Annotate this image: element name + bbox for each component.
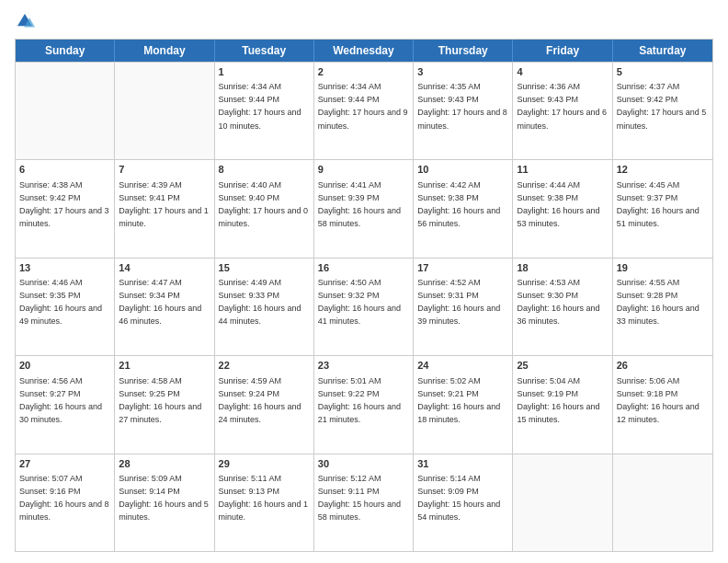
calendar-cell: 7Sunrise: 4:39 AM Sunset: 9:41 PM Daylig… xyxy=(115,160,214,257)
calendar-cell: 23Sunrise: 5:01 AM Sunset: 9:22 PM Dayli… xyxy=(314,356,414,453)
header xyxy=(15,11,713,31)
calendar-cell: 13Sunrise: 4:46 AM Sunset: 9:35 PM Dayli… xyxy=(16,259,115,355)
day-number: 30 xyxy=(318,457,409,471)
day-info: Sunrise: 4:46 AM Sunset: 9:35 PM Dayligh… xyxy=(19,278,102,326)
calendar-row-4: 27Sunrise: 5:07 AM Sunset: 9:16 PM Dayli… xyxy=(16,454,712,551)
day-number: 19 xyxy=(617,261,709,275)
day-number: 29 xyxy=(219,457,310,471)
calendar-cell: 11Sunrise: 4:44 AM Sunset: 9:38 PM Dayli… xyxy=(513,160,612,257)
day-number: 7 xyxy=(119,163,210,177)
header-day-tuesday: Tuesday xyxy=(215,40,314,62)
day-number: 13 xyxy=(19,261,110,275)
calendar-cell: 22Sunrise: 4:59 AM Sunset: 9:24 PM Dayli… xyxy=(215,356,314,453)
page: SundayMondayTuesdayWednesdayThursdayFrid… xyxy=(0,0,728,563)
day-number: 5 xyxy=(617,65,709,79)
calendar-cell: 14Sunrise: 4:47 AM Sunset: 9:34 PM Dayli… xyxy=(115,259,214,355)
day-number: 4 xyxy=(517,65,608,79)
day-info: Sunrise: 4:45 AM Sunset: 9:37 PM Dayligh… xyxy=(617,180,700,228)
header-day-wednesday: Wednesday xyxy=(314,40,414,62)
day-number: 20 xyxy=(19,359,110,373)
calendar-cell: 26Sunrise: 5:06 AM Sunset: 9:18 PM Dayli… xyxy=(613,356,712,453)
day-info: Sunrise: 4:37 AM Sunset: 9:42 PM Dayligh… xyxy=(617,82,707,130)
day-info: Sunrise: 4:35 AM Sunset: 9:43 PM Dayligh… xyxy=(417,82,507,130)
day-info: Sunrise: 4:39 AM Sunset: 9:41 PM Dayligh… xyxy=(119,180,209,228)
day-number: 31 xyxy=(417,457,508,471)
header-day-monday: Monday xyxy=(115,40,214,62)
day-info: Sunrise: 4:53 AM Sunset: 9:30 PM Dayligh… xyxy=(517,278,599,326)
calendar-cell: 10Sunrise: 4:42 AM Sunset: 9:38 PM Dayli… xyxy=(414,160,513,257)
calendar-row-2: 13Sunrise: 4:46 AM Sunset: 9:35 PM Dayli… xyxy=(16,258,712,355)
day-number: 3 xyxy=(417,65,508,79)
day-number: 6 xyxy=(19,163,110,177)
day-info: Sunrise: 5:11 AM Sunset: 9:13 PM Dayligh… xyxy=(219,474,309,522)
day-info: Sunrise: 4:34 AM Sunset: 9:44 PM Dayligh… xyxy=(219,82,301,130)
calendar-cell xyxy=(613,454,712,551)
calendar-cell: 25Sunrise: 5:04 AM Sunset: 9:19 PM Dayli… xyxy=(513,356,612,453)
day-info: Sunrise: 4:34 AM Sunset: 9:44 PM Dayligh… xyxy=(318,82,408,130)
calendar-cell: 21Sunrise: 4:58 AM Sunset: 9:25 PM Dayli… xyxy=(115,356,214,453)
calendar-cell: 2Sunrise: 4:34 AM Sunset: 9:44 PM Daylig… xyxy=(314,63,414,159)
calendar-cell: 31Sunrise: 5:14 AM Sunset: 9:09 PM Dayli… xyxy=(414,454,513,551)
calendar-header: SundayMondayTuesdayWednesdayThursdayFrid… xyxy=(16,40,712,62)
calendar-body: 1Sunrise: 4:34 AM Sunset: 9:44 PM Daylig… xyxy=(16,62,712,551)
day-info: Sunrise: 5:14 AM Sunset: 9:09 PM Dayligh… xyxy=(417,474,500,522)
calendar-cell: 19Sunrise: 4:55 AM Sunset: 9:28 PM Dayli… xyxy=(613,259,712,355)
day-number: 16 xyxy=(318,261,409,275)
day-number: 14 xyxy=(119,261,210,275)
calendar-cell: 3Sunrise: 4:35 AM Sunset: 9:43 PM Daylig… xyxy=(414,63,513,159)
day-number: 9 xyxy=(318,163,409,177)
day-number: 2 xyxy=(318,65,409,79)
calendar-cell: 28Sunrise: 5:09 AM Sunset: 9:14 PM Dayli… xyxy=(115,454,214,551)
day-number: 22 xyxy=(219,359,310,373)
day-info: Sunrise: 5:12 AM Sunset: 9:11 PM Dayligh… xyxy=(318,474,401,522)
day-info: Sunrise: 5:09 AM Sunset: 9:14 PM Dayligh… xyxy=(119,474,209,522)
day-info: Sunrise: 5:06 AM Sunset: 9:18 PM Dayligh… xyxy=(617,376,700,424)
day-number: 15 xyxy=(219,261,310,275)
day-number: 18 xyxy=(517,261,608,275)
calendar-row-3: 20Sunrise: 4:56 AM Sunset: 9:27 PM Dayli… xyxy=(16,355,712,453)
day-number: 17 xyxy=(417,261,508,275)
calendar-cell: 27Sunrise: 5:07 AM Sunset: 9:16 PM Dayli… xyxy=(16,454,115,551)
calendar-cell: 30Sunrise: 5:12 AM Sunset: 9:11 PM Dayli… xyxy=(314,454,414,551)
day-number: 28 xyxy=(119,457,210,471)
calendar-cell: 16Sunrise: 4:50 AM Sunset: 9:32 PM Dayli… xyxy=(314,259,414,355)
header-day-sunday: Sunday xyxy=(16,40,115,62)
day-info: Sunrise: 4:40 AM Sunset: 9:40 PM Dayligh… xyxy=(219,180,309,228)
day-info: Sunrise: 4:52 AM Sunset: 9:31 PM Dayligh… xyxy=(417,278,500,326)
calendar-cell: 24Sunrise: 5:02 AM Sunset: 9:21 PM Dayli… xyxy=(414,356,513,453)
day-number: 12 xyxy=(617,163,709,177)
day-info: Sunrise: 4:47 AM Sunset: 9:34 PM Dayligh… xyxy=(119,278,201,326)
calendar-cell: 6Sunrise: 4:38 AM Sunset: 9:42 PM Daylig… xyxy=(16,160,115,257)
calendar-cell: 20Sunrise: 4:56 AM Sunset: 9:27 PM Dayli… xyxy=(16,356,115,453)
day-info: Sunrise: 4:49 AM Sunset: 9:33 PM Dayligh… xyxy=(219,278,301,326)
logo-icon xyxy=(15,11,35,31)
day-number: 21 xyxy=(119,359,210,373)
day-info: Sunrise: 4:56 AM Sunset: 9:27 PM Dayligh… xyxy=(19,376,102,424)
calendar-cell: 15Sunrise: 4:49 AM Sunset: 9:33 PM Dayli… xyxy=(215,259,314,355)
day-number: 8 xyxy=(219,163,310,177)
calendar-cell xyxy=(115,63,214,159)
calendar-cell: 8Sunrise: 4:40 AM Sunset: 9:40 PM Daylig… xyxy=(215,160,314,257)
day-number: 11 xyxy=(517,163,608,177)
header-day-thursday: Thursday xyxy=(414,40,513,62)
logo xyxy=(15,11,39,31)
day-info: Sunrise: 4:41 AM Sunset: 9:39 PM Dayligh… xyxy=(318,180,401,228)
calendar-cell: 9Sunrise: 4:41 AM Sunset: 9:39 PM Daylig… xyxy=(314,160,414,257)
day-number: 23 xyxy=(318,359,409,373)
calendar-cell: 12Sunrise: 4:45 AM Sunset: 9:37 PM Dayli… xyxy=(613,160,712,257)
day-info: Sunrise: 5:01 AM Sunset: 9:22 PM Dayligh… xyxy=(318,376,401,424)
day-info: Sunrise: 5:04 AM Sunset: 9:19 PM Dayligh… xyxy=(517,376,599,424)
calendar-row-0: 1Sunrise: 4:34 AM Sunset: 9:44 PM Daylig… xyxy=(16,62,712,159)
day-info: Sunrise: 4:55 AM Sunset: 9:28 PM Dayligh… xyxy=(617,278,700,326)
header-day-friday: Friday xyxy=(513,40,612,62)
day-info: Sunrise: 5:02 AM Sunset: 9:21 PM Dayligh… xyxy=(417,376,500,424)
day-info: Sunrise: 5:07 AM Sunset: 9:16 PM Dayligh… xyxy=(19,474,109,522)
calendar-cell: 1Sunrise: 4:34 AM Sunset: 9:44 PM Daylig… xyxy=(215,63,314,159)
calendar-cell: 17Sunrise: 4:52 AM Sunset: 9:31 PM Dayli… xyxy=(414,259,513,355)
calendar-cell xyxy=(513,454,612,551)
day-number: 24 xyxy=(417,359,508,373)
calendar-cell: 4Sunrise: 4:36 AM Sunset: 9:43 PM Daylig… xyxy=(513,63,612,159)
calendar: SundayMondayTuesdayWednesdayThursdayFrid… xyxy=(15,39,713,552)
header-day-saturday: Saturday xyxy=(613,40,712,62)
calendar-row-1: 6Sunrise: 4:38 AM Sunset: 9:42 PM Daylig… xyxy=(16,159,712,257)
